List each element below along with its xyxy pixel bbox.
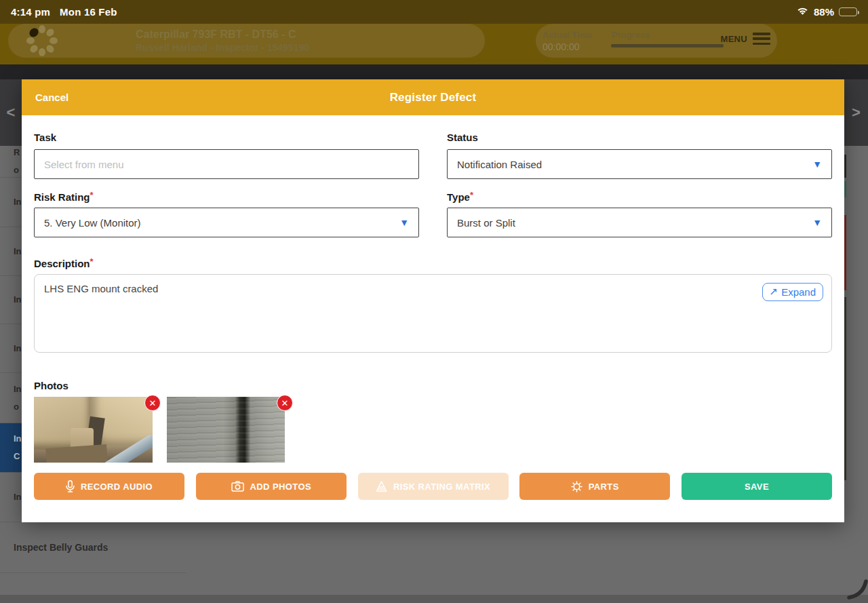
delete-photo-button[interactable]: ✕: [144, 395, 161, 411]
x-icon: ✕: [281, 399, 289, 408]
vehicle-card: Caterpillar 793F RBT - DT56 - C Russell …: [8, 24, 485, 58]
type-label: Type*: [447, 190, 832, 202]
status-label: Status: [447, 132, 832, 144]
clock: 4:14 pm: [11, 6, 50, 18]
record-audio-button[interactable]: RECORD AUDIO: [34, 473, 184, 500]
cancel-button[interactable]: Cancel: [35, 92, 68, 103]
expand-button[interactable]: ↗ Expand: [762, 283, 823, 301]
risk-rating-matrix-button: RISK RATING MATRIX: [358, 473, 509, 500]
x-icon: ✕: [149, 399, 157, 408]
task-input[interactable]: [34, 149, 419, 179]
chevron-right-icon: >: [852, 104, 861, 121]
bg-fragment: [844, 297, 846, 480]
dropdown-arrow-icon: ▼: [399, 217, 409, 228]
photo-thumbnail-1[interactable]: ✕: [34, 397, 153, 463]
bottom-strip: [0, 595, 868, 603]
vehicle-title: Caterpillar 793F RBT - DT56 - C: [136, 28, 309, 41]
stats-card: Actual Time 00:00:00 Progress MENU: [536, 24, 777, 58]
expand-icon: ↗: [770, 286, 778, 298]
bg-fragment: [844, 215, 846, 290]
modal-title: Register Defect: [390, 91, 477, 104]
dropdown-arrow-icon: ▼: [812, 217, 822, 228]
status-bar: 4:14 pm Mon 16 Feb 88%: [0, 0, 868, 24]
task-label: Task: [34, 132, 419, 144]
risk-matrix-icon: [376, 481, 387, 492]
screen: 4:14 pm Mon 16 Feb 88%: [0, 0, 868, 603]
chevron-left-icon: <: [7, 104, 16, 121]
gear-icon: [571, 481, 583, 492]
risk-rating-select[interactable]: 5. Very Low (Monitor) ▼: [34, 208, 419, 237]
bg-fragment: [844, 181, 846, 197]
bg-fragment: [844, 155, 846, 178]
date: Mon 16 Feb: [60, 6, 117, 18]
battery-icon: [839, 7, 857, 16]
progress-label: Progress: [612, 29, 650, 41]
description-label: Description*: [34, 256, 832, 269]
wifi-icon: [796, 6, 809, 18]
app-logo-icon: [26, 24, 58, 57]
list-item: [0, 573, 186, 595]
loading-arc: [840, 571, 868, 601]
defect-photo-1: [34, 397, 153, 463]
menu-label: MENU: [721, 34, 747, 44]
save-button[interactable]: SAVE: [682, 473, 832, 500]
parts-button[interactable]: PARTS: [519, 473, 670, 500]
menu-button[interactable]: MENU: [721, 33, 770, 45]
prev-task-button[interactable]: <: [0, 79, 22, 146]
header-divider-strip: [0, 64, 868, 79]
photo-thumbnail-2[interactable]: ✕: [167, 397, 285, 463]
status-select[interactable]: Notification Raised ▼: [447, 149, 832, 179]
type-select[interactable]: Burst or Split ▼: [447, 208, 832, 237]
photos-label: Photos: [34, 380, 832, 392]
register-defect-modal: Cancel Register Defect Task Risk Rating*…: [22, 79, 844, 522]
required-mark: *: [90, 256, 94, 267]
camera-icon: [231, 481, 244, 492]
modal-header: Cancel Register Defect: [22, 79, 844, 115]
dropdown-arrow-icon: ▼: [812, 159, 822, 170]
battery-percent: 88%: [814, 6, 834, 18]
required-mark: *: [90, 190, 94, 200]
list-item-inspect-belly-guards[interactable]: Inspect Belly Guards: [0, 522, 186, 573]
next-task-button[interactable]: >: [844, 79, 868, 146]
delete-photo-button[interactable]: ✕: [277, 395, 293, 411]
risk-rating-label: Risk Rating*: [34, 190, 419, 202]
required-mark: *: [470, 190, 473, 200]
progress-bar: [611, 44, 724, 47]
add-photos-button[interactable]: RISK RATING MATRIX ADD PHOTOS: [196, 473, 347, 500]
app-header: Caterpillar 793F RBT - DT56 - C Russell …: [0, 24, 868, 64]
defect-photo-2: [167, 397, 285, 463]
actual-time-value: 00:00:00: [542, 41, 592, 54]
actual-time-label: Actual Time: [542, 29, 592, 41]
hamburger-icon: [753, 33, 770, 45]
description-textarea[interactable]: LHS ENG mount cracked: [34, 274, 832, 353]
microphone-icon: [66, 480, 75, 492]
inspector-line: Russell Harland - Inspector - 15495190: [136, 41, 309, 54]
